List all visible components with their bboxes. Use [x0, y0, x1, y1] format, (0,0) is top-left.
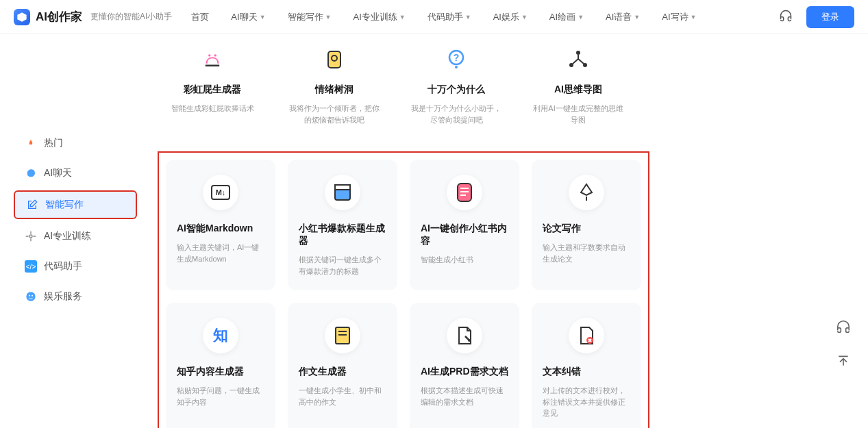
- card-icon: M↓: [203, 175, 238, 210]
- svg-point-3: [32, 295, 33, 297]
- logo[interactable]: AI创作家: [14, 9, 82, 25]
- nav-item-8[interactable]: AI写诗▼: [662, 11, 696, 23]
- login-button[interactable]: 登录: [806, 6, 854, 28]
- sidebar-item-0[interactable]: 热门: [14, 130, 137, 156]
- nav-right: 登录: [779, 6, 854, 28]
- sidebar-icon: [25, 167, 37, 179]
- svg-point-2: [29, 295, 30, 297]
- tool-card[interactable]: M↓AI智能Markdown输入主题关键词，AI一键生成Markdown: [166, 160, 275, 290]
- card-icon: [317, 41, 352, 77]
- tool-card[interactable]: AI一键创作小红书内容智能生成小红书: [410, 160, 519, 290]
- sidebar-item-label: 热门: [44, 137, 63, 149]
- sidebar-item-2[interactable]: 智能写作: [14, 190, 137, 219]
- svg-point-10: [455, 66, 458, 68]
- tool-card[interactable]: 文本纠错对上传的文本进行校对，标注错误文本并提供修正意见: [532, 303, 641, 428]
- tool-card[interactable]: AI思维导图利用AI一键生成完整的思维导图: [523, 41, 633, 139]
- svg-rect-19: [460, 188, 469, 189]
- card-title: 彩虹屁生成器: [164, 84, 260, 96]
- svg-point-1: [26, 292, 35, 301]
- card-title: AI一键创作小红书内容: [421, 223, 508, 247]
- svg-rect-17: [335, 185, 350, 190]
- chevron-down-icon: ▼: [399, 14, 406, 21]
- sidebar-item-4[interactable]: </>代码助手: [14, 253, 137, 279]
- nav-item-4[interactable]: 代码助手▼: [427, 11, 471, 23]
- svg-point-4: [208, 54, 210, 56]
- card-desc: 智能生成小红书: [421, 254, 508, 266]
- chevron-down-icon: ▼: [634, 14, 640, 21]
- sidebar-icon: [25, 137, 37, 149]
- card-icon: 知: [203, 318, 238, 353]
- card-icon: [195, 41, 230, 77]
- card-icon: [569, 175, 604, 210]
- card-icon: [325, 175, 360, 210]
- chevron-down-icon: ▼: [521, 14, 528, 21]
- subtitle: 更懂你的智能AI小助手: [90, 11, 172, 23]
- nav-item-2[interactable]: 智能写作▼: [288, 11, 332, 23]
- card-desc: 根据文本描述生成可快速编辑的需求文档: [421, 385, 508, 407]
- card-title: 作文生成器: [299, 366, 386, 378]
- sidebar-item-label: 娱乐服务: [44, 290, 82, 303]
- svg-text:知: 知: [212, 327, 228, 344]
- nav-item-5[interactable]: AI娱乐▼: [493, 11, 528, 23]
- tool-card[interactable]: 知知乎内容生成器粘贴知乎问题，一键生成知乎内容: [166, 303, 275, 428]
- card-desc: 利用AI一键生成完整的思维导图: [530, 103, 626, 125]
- card-title: 论文写作: [543, 223, 630, 235]
- card-title: AI生成PRD需求文档: [421, 366, 508, 378]
- sidebar-item-label: AI聊天: [44, 167, 72, 179]
- nav-bar: 首页AI聊天▼智能写作▼AI专业训练▼代码助手▼AI娱乐▼AI绘画▼AI语音▼A…: [191, 11, 779, 23]
- logo-icon: [14, 9, 30, 25]
- nav-item-7[interactable]: AI语音▼: [606, 11, 640, 23]
- sidebar-icon: </>: [25, 260, 37, 273]
- sidebar-icon: [25, 230, 37, 242]
- card-title: 情绪树洞: [286, 84, 382, 96]
- nav-item-0[interactable]: 首页: [191, 11, 209, 23]
- chevron-down-icon: ▼: [691, 14, 697, 21]
- chevron-down-icon: ▼: [578, 14, 584, 21]
- card-icon: [325, 318, 360, 353]
- sidebar-icon: [25, 290, 37, 303]
- nav-item-6[interactable]: AI绘画▼: [549, 11, 584, 23]
- svg-rect-20: [460, 191, 469, 192]
- nav-item-3[interactable]: AI专业训练▼: [353, 11, 405, 23]
- tool-card[interactable]: AI生成PRD需求文档根据文本描述生成可快速编辑的需求文档: [410, 303, 519, 428]
- sidebar-item-5[interactable]: 娱乐服务: [14, 284, 137, 310]
- tool-card[interactable]: 作文生成器一键生成小学生、初中和高中的作文: [288, 303, 397, 428]
- svg-text:M↓: M↓: [216, 188, 226, 197]
- tool-card[interactable]: ?十万个为什么我是十万个为什么小助手，尽管向我提问吧: [401, 41, 511, 139]
- svg-point-5: [214, 54, 216, 56]
- tool-card[interactable]: 彩虹屁生成器智能生成彩虹屁吹捧话术: [158, 41, 267, 139]
- svg-point-0: [29, 235, 32, 238]
- card-icon: [569, 318, 604, 353]
- header: AI创作家 更懂你的智能AI小助手 首页AI聊天▼智能写作▼AI专业训练▼代码助…: [0, 0, 868, 34]
- card-desc: 输入主题和字数要求自动生成论文: [543, 242, 630, 264]
- sidebar-item-3[interactable]: AI专业训练: [14, 223, 137, 249]
- tool-card[interactable]: 论文写作输入主题和字数要求自动生成论文: [532, 160, 641, 290]
- svg-text:?: ?: [454, 52, 460, 63]
- svg-rect-21: [460, 194, 466, 196]
- svg-rect-25: [338, 334, 347, 336]
- back-to-top-icon[interactable]: [831, 349, 856, 373]
- floating-actions: [831, 314, 856, 373]
- top-row: 彩虹屁生成器智能生成彩虹屁吹捧话术情绪树洞我将作为一个倾听者，把你的烦恼都告诉我…: [158, 41, 841, 139]
- tool-card[interactable]: 小红书爆款标题生成器根据关键词一键生成多个有爆款潜力的标题: [288, 160, 397, 290]
- tool-card[interactable]: 情绪树洞我将作为一个倾听者，把你的烦恼都告诉我吧: [280, 41, 389, 139]
- card-title: 小红书爆款标题生成器: [299, 223, 386, 247]
- svg-rect-24: [338, 331, 347, 332]
- sidebar: 热门AI聊天智能写作AI专业训练</>代码助手娱乐服务: [0, 34, 158, 428]
- support-icon[interactable]: [831, 314, 856, 339]
- highlighted-section: M↓AI智能Markdown输入主题关键词，AI一键生成Markdown小红书爆…: [158, 151, 649, 428]
- card-title: 十万个为什么: [408, 84, 504, 96]
- svg-rect-6: [328, 51, 340, 68]
- card-icon: [560, 41, 596, 77]
- card-title: 文本纠错: [543, 366, 630, 378]
- card-icon: [447, 175, 482, 210]
- sidebar-item-1[interactable]: AI聊天: [14, 160, 137, 186]
- card-desc: 一键生成小学生、初中和高中的作文: [299, 385, 386, 407]
- sidebar-item-label: AI专业训练: [44, 230, 91, 242]
- card-title: AI智能Markdown: [177, 223, 264, 235]
- nav-item-1[interactable]: AI聊天▼: [231, 11, 265, 23]
- sidebar-item-label: 智能写作: [45, 199, 84, 211]
- headset-icon[interactable]: [779, 9, 793, 25]
- card-desc: 我是十万个为什么小助手，尽管向我提问吧: [408, 103, 504, 125]
- chevron-down-icon: ▼: [465, 14, 471, 21]
